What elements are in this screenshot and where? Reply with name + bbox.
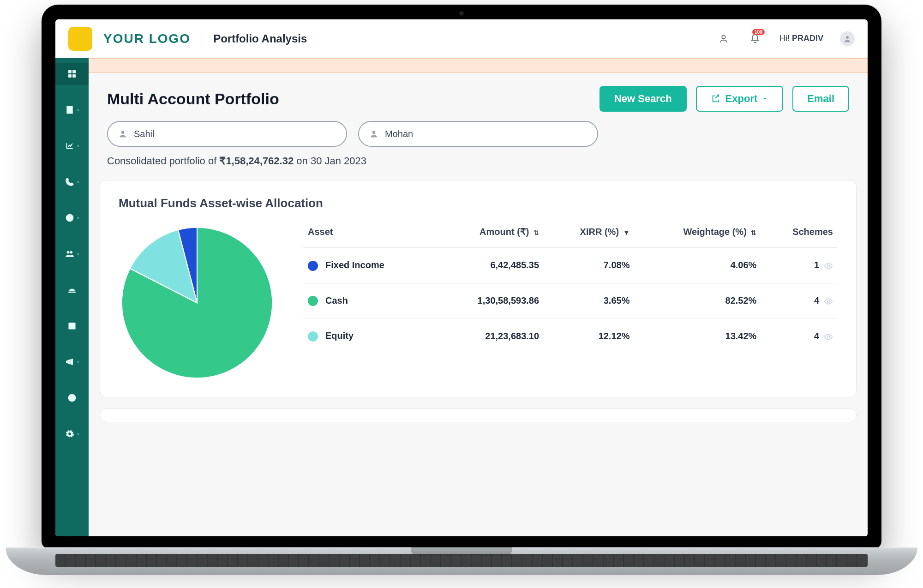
asset-xirr: 12.12% — [544, 318, 634, 354]
eye-icon[interactable] — [824, 260, 833, 270]
summary-amount: ₹1,58,24,762.32 — [219, 155, 294, 167]
greeting-prefix: Hi! — [779, 34, 792, 43]
eye-icon[interactable] — [824, 295, 833, 306]
sidebar-item-settings[interactable]: › — [55, 423, 89, 445]
asset-color-dot — [308, 331, 318, 342]
page-title: Portfolio Analysis — [213, 32, 307, 45]
svg-point-0 — [722, 35, 725, 38]
user-outline-icon[interactable] — [719, 34, 729, 44]
sort-desc-icon: ▼ — [623, 229, 630, 236]
asset-schemes: 1 — [814, 260, 819, 270]
sidebar-item-support[interactable] — [55, 387, 89, 409]
svg-point-8 — [67, 251, 69, 253]
asset-weightage: 82.52% — [634, 283, 761, 318]
sidebar-item-reports[interactable]: › — [55, 99, 89, 121]
avatar[interactable] — [840, 31, 855, 46]
svg-rect-5 — [73, 75, 76, 78]
person-icon — [369, 129, 378, 138]
asset-schemes: 4 — [814, 295, 819, 306]
account-chip-label: Mohan — [385, 129, 413, 139]
asset-amount: 1,30,58,593.86 — [435, 283, 544, 318]
export-label: Export — [725, 93, 758, 105]
next-card-peek — [100, 408, 857, 422]
greeting: Hi! PRADIV — [779, 34, 823, 43]
col-asset[interactable]: Asset — [303, 220, 435, 248]
sidebar-item-service[interactable] — [55, 279, 89, 301]
asset-weightage: 4.06% — [634, 248, 761, 283]
asset-color-dot — [308, 296, 318, 306]
svg-point-14 — [827, 265, 830, 267]
asset-weightage: 13.42% — [634, 318, 761, 354]
asset-xirr: 3.65% — [544, 283, 634, 318]
svg-point-12 — [121, 131, 125, 134]
asset-xirr: 7.08% — [544, 248, 634, 283]
svg-point-9 — [70, 251, 72, 253]
svg-point-13 — [372, 131, 376, 134]
allocation-title: Mutual Funds Asset-wise Allocation — [119, 196, 838, 210]
new-search-label: New Search — [614, 93, 672, 105]
main-content: Multi Account Portfolio New Search Expor… — [89, 58, 868, 536]
sidebar-item-calendar[interactable] — [55, 315, 89, 337]
account-chip[interactable]: Sahil — [107, 121, 347, 147]
sidebar-item-time[interactable]: › — [55, 207, 89, 229]
sidebar-item-calls[interactable]: › — [55, 171, 89, 193]
asset-schemes: 4 — [814, 331, 819, 341]
sidebar-item-analytics[interactable]: › — [55, 135, 89, 157]
sidebar-item-users[interactable]: › — [55, 243, 89, 265]
allocation-card: Mutual Funds Asset-wise Allocation Asset… — [100, 180, 857, 397]
asset-name: Cash — [325, 295, 348, 306]
asset-color-dot — [308, 261, 318, 271]
sidebar-item-dashboard[interactable] — [55, 63, 89, 85]
email-label: Email — [807, 93, 834, 105]
account-chip[interactable]: Mohan — [358, 121, 598, 147]
logo-icon — [68, 27, 92, 51]
svg-point-15 — [827, 300, 830, 302]
table-row: Fixed Income6,42,485.357.08%4.06%1 — [303, 248, 838, 283]
asset-name: Fixed Income — [325, 260, 384, 270]
svg-point-1 — [846, 36, 849, 39]
divider — [202, 29, 202, 49]
account-chip-label: Sahil — [134, 129, 154, 139]
consolidated-summary: Consolidated portfolio of ₹1,58,24,762.3… — [89, 155, 868, 180]
table-row: Cash1,30,58,593.863.65%82.52%4 — [303, 283, 838, 318]
brand-name: YOUR LOGO — [103, 31, 191, 46]
sort-icon: ⇅ — [751, 229, 756, 236]
email-button[interactable]: Email — [792, 86, 849, 112]
col-weightage[interactable]: Weightage (%) ⇅ — [634, 220, 761, 248]
section-heading: Multi Account Portfolio — [107, 90, 279, 108]
person-icon — [118, 129, 127, 138]
svg-rect-10 — [69, 323, 75, 329]
bell-icon[interactable]: 100 — [750, 34, 760, 44]
sidebar-item-announce[interactable]: › — [55, 351, 89, 373]
new-search-button[interactable]: New Search — [599, 86, 687, 112]
eye-icon[interactable] — [824, 331, 833, 341]
allocation-pie-chart — [119, 224, 276, 381]
export-icon — [711, 94, 721, 104]
col-xirr[interactable]: XIRR (%) ▼ — [544, 220, 634, 248]
col-schemes[interactable]: Schemes — [761, 220, 838, 248]
user-name: PRADIV — [792, 34, 823, 43]
summary-prefix: Consolidated portfolio of — [107, 155, 219, 167]
sidebar: › › › › › — [55, 58, 89, 536]
svg-rect-3 — [73, 71, 76, 73]
allocation-table: Asset Amount (₹) ⇅ XIRR (%) ▼ Weightage … — [303, 220, 838, 354]
export-button[interactable]: Export — [696, 86, 784, 112]
svg-point-16 — [827, 336, 830, 338]
summary-suffix: on 30 Jan 2023 — [296, 155, 366, 167]
account-chips: Sahil Mohan — [89, 121, 868, 155]
notice-strip — [89, 58, 868, 73]
notification-badge: 100 — [752, 29, 765, 35]
asset-name: Equity — [325, 330, 354, 341]
sort-icon: ⇅ — [533, 229, 539, 236]
svg-rect-4 — [69, 75, 72, 78]
svg-rect-2 — [69, 71, 72, 73]
col-amount[interactable]: Amount (₹) ⇅ — [435, 220, 544, 248]
chevron-down-icon — [762, 96, 768, 102]
svg-point-11 — [69, 395, 76, 402]
asset-amount: 21,23,683.10 — [435, 318, 544, 354]
topbar: YOUR LOGO Portfolio Analysis 100 Hi! PRA… — [55, 19, 868, 58]
asset-amount: 6,42,485.35 — [435, 248, 544, 283]
table-row: Equity21,23,683.1012.12%13.42%4 — [303, 318, 838, 354]
